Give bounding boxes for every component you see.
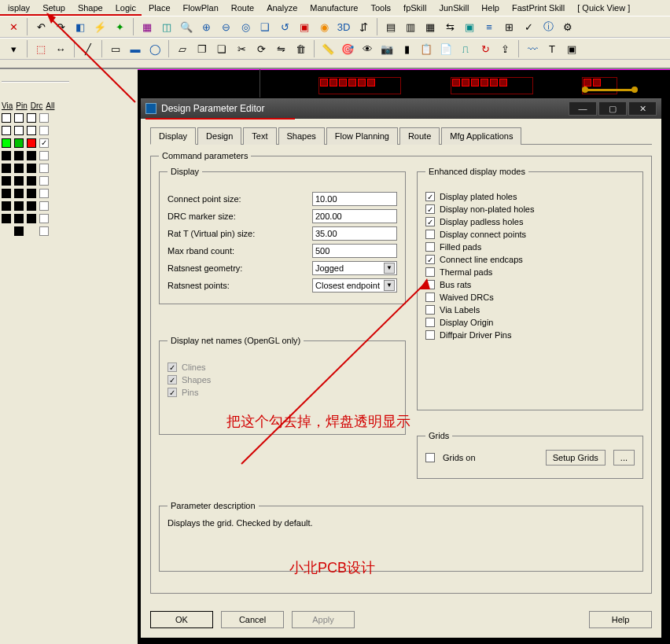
close-icon[interactable]: ✕	[5, 18, 22, 35]
stop-icon[interactable]: ▣	[296, 18, 313, 35]
export-icon[interactable]: ⇪	[496, 40, 514, 57]
menu-setup[interactable]: Setup	[38, 2, 70, 14]
layer-swatch[interactable]	[14, 214, 24, 223]
line-icon[interactable]: ╱	[79, 40, 97, 57]
checkbox-enhanced-10[interactable]	[425, 318, 435, 327]
menu-quickview[interactable]: [ Quick View ]	[572, 2, 635, 14]
pin-icon[interactable]: ✦	[111, 18, 128, 35]
input-drc-marker-size[interactable]	[312, 209, 397, 223]
schematic-icon[interactable]: ⎍	[457, 40, 474, 57]
redo-icon[interactable]: ↷	[52, 18, 69, 35]
paste-icon[interactable]: ❏	[213, 40, 230, 57]
menu-route[interactable]: Route	[226, 2, 259, 14]
menu-fpskill[interactable]: fpSkill	[399, 2, 431, 14]
help-button[interactable]: Help	[589, 611, 652, 628]
tab-route[interactable]: Route	[399, 127, 440, 145]
layer-swatch[interactable]	[27, 126, 36, 135]
info-icon[interactable]: ⓘ	[539, 18, 557, 35]
tab-flow-planning[interactable]: Flow Planning	[326, 127, 398, 145]
layers-icon[interactable]: ◫	[158, 18, 175, 35]
layer-visibility-checkbox[interactable]	[39, 113, 49, 123]
ok-button[interactable]: OK	[150, 611, 213, 628]
show-icon[interactable]: 👁	[359, 40, 376, 57]
tab-display[interactable]: Display	[150, 127, 196, 145]
checkbox-enhanced-1[interactable]	[425, 204, 435, 214]
layer-swatch[interactable]	[2, 214, 11, 223]
layer-swatch[interactable]	[27, 113, 36, 123]
checkbox-enhanced-7[interactable]	[425, 280, 435, 289]
3d-icon[interactable]: 3D	[335, 18, 352, 35]
minimize-button[interactable]: —	[569, 101, 597, 116]
menu-shape[interactable]: Shape	[73, 2, 108, 14]
tab-shapes[interactable]: Shapes	[278, 127, 325, 145]
move-icon[interactable]: ↔	[52, 40, 69, 57]
zoom-in-icon[interactable]: ⊕	[197, 18, 215, 35]
mirror-icon[interactable]: ⇋	[272, 40, 289, 57]
delete-icon[interactable]: 🗑	[292, 40, 309, 57]
layer-swatch[interactable]	[2, 201, 11, 211]
tool-icon[interactable]: ◧	[72, 18, 89, 35]
cut-icon[interactable]: ✂	[233, 40, 250, 57]
tab-mfg[interactable]: Mfg Applications	[441, 127, 521, 145]
tab-text[interactable]: Text	[243, 127, 276, 145]
zoom-center-icon[interactable]: ◎	[237, 18, 254, 35]
hdr-all[interactable]: All	[46, 101, 54, 110]
layer-swatch[interactable]	[2, 113, 11, 123]
menu-analyze[interactable]: Analyze	[262, 2, 302, 14]
menu-fastprint[interactable]: FastPrint Skill	[507, 2, 569, 14]
probe-icon[interactable]: 🎯	[339, 40, 356, 57]
drop-icon[interactable]: ▾	[5, 40, 22, 57]
layer-visibility-checkbox[interactable]	[39, 226, 49, 236]
zoom-prev-icon[interactable]: ↺	[276, 18, 293, 35]
layer-swatch[interactable]	[2, 176, 11, 186]
menu-display[interactable]: isplay	[3, 2, 35, 14]
menu-junskill[interactable]: JunSkill	[434, 2, 473, 14]
lightning-icon[interactable]: ⚡	[91, 18, 109, 35]
layer-visibility-checkbox[interactable]	[39, 214, 49, 223]
layer-visibility-checkbox[interactable]	[39, 151, 49, 160]
hdr-pin[interactable]: Pin	[16, 101, 27, 110]
settings-icon[interactable]: ⚙	[559, 18, 576, 35]
layer-visibility-checkbox[interactable]	[39, 176, 49, 186]
combo-ratsnest-points[interactable]: Closest endpoint ▼	[312, 278, 397, 293]
layer-swatch[interactable]	[2, 151, 11, 160]
check-icon[interactable]: ✓	[520, 18, 537, 35]
menu-flowplan[interactable]: FlowPlan	[179, 2, 223, 14]
color-icon[interactable]: ◉	[315, 18, 333, 35]
maximize-button[interactable]: ▢	[598, 101, 627, 116]
layer-swatch[interactable]	[14, 201, 24, 211]
checkbox-grids-on[interactable]	[425, 453, 435, 462]
sync-icon[interactable]: ↻	[477, 40, 494, 57]
checkbox-enhanced-3[interactable]	[425, 230, 435, 239]
layer-swatch[interactable]	[14, 164, 24, 173]
zoom-window-icon[interactable]: ❑	[256, 18, 274, 35]
zoom-out-icon[interactable]: ⊖	[217, 18, 234, 35]
grids-ellipsis-button[interactable]: ...	[613, 450, 635, 466]
shape-rect-icon[interactable]: ▭	[107, 40, 124, 57]
layer-swatch[interactable]	[14, 113, 24, 123]
layer-visibility-checkbox[interactable]	[39, 201, 49, 211]
checkbox-enhanced-6[interactable]	[425, 267, 435, 277]
grid-icon[interactable]: ▦	[138, 18, 156, 35]
net-icon[interactable]: ⊞	[500, 18, 517, 35]
measure-icon[interactable]: 📏	[319, 40, 337, 57]
layer-swatch[interactable]	[27, 164, 36, 173]
layer-swatch[interactable]	[14, 226, 24, 236]
layer-swatch[interactable]	[14, 126, 24, 135]
input-rat-t-size[interactable]	[312, 226, 397, 241]
layer-swatch[interactable]	[2, 126, 11, 135]
list-icon[interactable]: 📋	[418, 40, 435, 57]
layer-swatch[interactable]	[27, 189, 36, 198]
cancel-button[interactable]: Cancel	[221, 611, 284, 628]
close-button[interactable]: ✕	[628, 101, 657, 116]
layer-swatch[interactable]	[14, 151, 24, 160]
layer-visibility-checkbox[interactable]	[39, 164, 49, 173]
layer-swatch[interactable]	[14, 189, 24, 198]
wave-icon[interactable]: 〰	[524, 40, 541, 57]
layer-swatch[interactable]	[27, 201, 36, 211]
shape-fill-icon[interactable]: ▬	[127, 40, 144, 57]
menu-place[interactable]: Place	[144, 2, 175, 14]
rotate-icon[interactable]: ⟳	[252, 40, 270, 57]
input-max-rband-count[interactable]	[312, 244, 397, 258]
menu-manufacture[interactable]: Manufacture	[305, 2, 363, 14]
